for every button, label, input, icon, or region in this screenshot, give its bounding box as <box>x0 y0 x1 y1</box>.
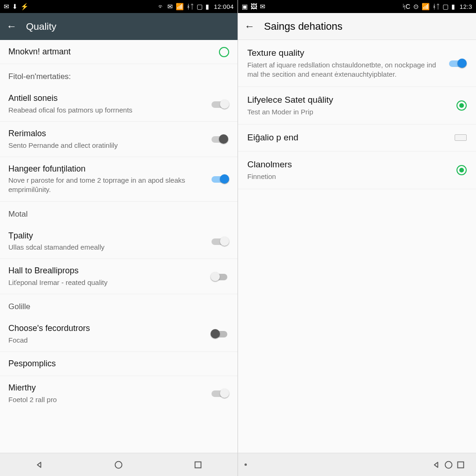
row-title: Mierthy <box>8 383 205 393</box>
row-title: Mnokvn! artmant <box>8 46 213 57</box>
row-title: Lifyelece Satet quâlity <box>247 94 451 106</box>
switch-texture[interactable] <box>448 58 467 68</box>
status-icon-net: ᛋC <box>402 3 410 10</box>
status-icon-wifi: ᯤ <box>158 3 165 10</box>
row-title: Eiĝalio p end <box>247 132 449 144</box>
section-header-golille: Golille <box>0 294 238 317</box>
phone-left: ✉ ⬇ ⚡ ᯤ ✉ 📶 ᚼᛏ ▢ ▮ 12:004 ← Quality Mnok… <box>0 0 238 476</box>
row-title: Rerimalos <box>8 128 205 139</box>
row-antiell[interactable]: Antiell soneis Reabead ofical fos patmor… <box>0 86 238 122</box>
nav-home-icon[interactable] <box>443 459 455 471</box>
status-icon-battery: ▮ <box>451 3 455 10</box>
row-sub: Finnetion <box>247 172 451 181</box>
status-icon-mail2: ✉ <box>167 3 173 10</box>
row-pespomplics[interactable]: Pespomplics <box>0 352 238 376</box>
switch-rerimalos[interactable] <box>211 134 229 144</box>
appbar-title: Saings dehations <box>264 20 343 33</box>
status-icon-download: ⬇ <box>12 3 18 10</box>
status-icon-rune: ᚼᛏ <box>432 3 440 10</box>
row-rerimalos[interactable]: Rerimalos Sento Pernande and cllect orat… <box>0 122 238 157</box>
row-lifyelece[interactable]: Lifyelece Satet quâlity Test an Moder in… <box>238 87 476 125</box>
radio-lifyelece[interactable] <box>456 100 467 111</box>
row-title: Hangeer fofunţilation <box>8 164 205 174</box>
section-title: Motal <box>8 209 229 219</box>
navbar-right <box>238 453 476 476</box>
status-icon-signal: 📶 <box>176 3 184 10</box>
radio-clanolmers[interactable] <box>456 165 467 175</box>
row-sub: Sento Pernande and cllect oratinlily <box>8 141 205 150</box>
row-sub: Nove r paroste for and tome 2 toprrage i… <box>8 176 205 195</box>
row-sub: Liťeponal Iremar - reated quality <box>8 278 205 287</box>
status-icon-signal: 📶 <box>422 3 430 10</box>
row-sub: Reabead ofical fos patmors up forrnents <box>8 106 205 115</box>
row-title: Texture quality <box>247 47 443 59</box>
status-icon-charge: ⚡ <box>20 3 28 10</box>
settings-list-right[interactable]: Texture quality Fiatert af iquare redsll… <box>238 40 476 453</box>
row-texture-quality[interactable]: Texture quality Fiatert af iquare redsll… <box>238 40 476 87</box>
radio-mnokvn[interactable] <box>219 47 229 57</box>
section-header-fitol: Fitol-en'mertaties: <box>0 64 238 86</box>
switch-tpality[interactable] <box>211 236 229 246</box>
row-eigalio[interactable]: Eiĝalio p end <box>238 125 476 152</box>
row-tpality[interactable]: Tpality Ullas sdcal stamanded emeally <box>0 224 238 259</box>
row-sub: Fiatert af iquare redsllation chstauldon… <box>247 60 443 79</box>
back-icon[interactable]: ← <box>7 21 17 32</box>
section-title: Fitol-en'mertaties: <box>8 72 229 82</box>
nav-back-icon[interactable] <box>33 459 46 471</box>
row-hall[interactable]: Hall to Brealliprops Liťeponal Iremar - … <box>0 259 238 294</box>
svg-point-2 <box>445 461 452 468</box>
settings-list-left[interactable]: Mnokvn! artmant Fitol-en'mertaties: Anti… <box>0 40 238 453</box>
navbar-left <box>0 453 238 476</box>
status-icon-mail: ✉ <box>4 3 9 10</box>
row-sub: Ullas sdcal stamanded emeally <box>8 243 205 252</box>
status-icon-rune: ᚼᛏ <box>186 3 194 10</box>
status-clock: 12:004 <box>214 3 234 10</box>
section-title: Golille <box>8 302 229 312</box>
switch-hall[interactable] <box>211 271 229 282</box>
row-choose[interactable]: Choose's fecordutrors Focad <box>0 317 238 352</box>
switch-hangeer[interactable] <box>211 174 229 184</box>
appbar-right: ← Saings dehations <box>238 13 476 40</box>
switch-choose[interactable] <box>211 329 229 339</box>
row-title: Tpality <box>8 231 205 241</box>
switch-antiell[interactable] <box>211 99 229 109</box>
row-title: Choose's fecordutrors <box>8 323 205 334</box>
row-mnokvn[interactable]: Mnokvn! artmant <box>0 40 238 64</box>
appbar-left: ← Quality <box>0 13 238 40</box>
nav-recent-icon[interactable] <box>455 459 467 471</box>
row-clanolmers[interactable]: Clanolmers Finnetion <box>238 152 476 189</box>
appbar-title: Quality <box>26 21 56 32</box>
status-icon-app2: 🖼 <box>251 3 257 10</box>
toggle-eigalio[interactable] <box>455 134 467 141</box>
nav-home-icon[interactable] <box>112 459 125 471</box>
statusbar-right: ▣ 🖼 ✉ ᛋC ⊙ 📶 ᚼᛏ ▢ ▮ 12:3 <box>238 0 476 13</box>
row-mierthy[interactable]: Mierthy Foetol 2 rall pro <box>0 376 238 411</box>
row-title: Clanolmers <box>247 159 451 171</box>
statusbar-left: ✉ ⬇ ⚡ ᯤ ✉ 📶 ᚼᛏ ▢ ▮ 12:004 <box>0 0 238 13</box>
status-icon-battery: ▮ <box>205 3 209 10</box>
row-sub: Test an Moder in Prip <box>247 107 451 117</box>
row-title: Pespomplics <box>8 358 229 369</box>
row-hangeer[interactable]: Hangeer fofunţilation Nove r paroste for… <box>0 157 238 202</box>
status-icon-battery-outline: ▢ <box>443 3 449 10</box>
row-title: Hall to Brealliprops <box>8 265 205 276</box>
status-icon-loc: ⊙ <box>413 3 419 10</box>
status-clock: 12:3 <box>460 3 472 10</box>
nav-back-icon[interactable] <box>430 459 443 471</box>
svg-point-0 <box>115 461 122 468</box>
status-icon-mail: ✉ <box>260 3 265 10</box>
row-title: Antiell soneis <box>8 93 205 104</box>
row-sub: Foetol 2 rall pro <box>8 395 205 404</box>
back-icon[interactable]: ← <box>245 21 255 32</box>
row-sub: Focad <box>8 336 205 345</box>
status-icon-battery-outline: ▢ <box>197 3 203 10</box>
svg-rect-3 <box>458 462 464 468</box>
svg-rect-1 <box>195 462 201 468</box>
phone-right: ▣ 🖼 ✉ ᛋC ⊙ 📶 ᚼᛏ ▢ ▮ 12:3 ← Saings dehati… <box>238 0 476 476</box>
status-icon-app1: ▣ <box>242 3 248 10</box>
switch-mierthy[interactable] <box>211 388 229 398</box>
nav-dot-icon <box>245 463 247 466</box>
nav-recent-icon[interactable] <box>192 459 204 471</box>
section-header-motal: Motal <box>0 202 238 224</box>
